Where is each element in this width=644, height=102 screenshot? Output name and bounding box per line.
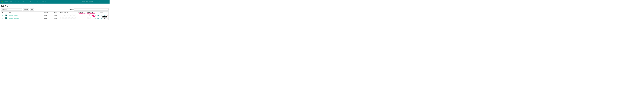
task-status-circle[interactable] xyxy=(62,17,63,19)
refresh-icon[interactable] xyxy=(105,15,106,16)
svg-rect-7 xyxy=(42,2,42,2)
task-status-circle[interactable] xyxy=(69,15,70,16)
airflow-logo-icon xyxy=(1,1,4,3)
task-status-circle[interactable] xyxy=(68,17,69,19)
refresh-icon[interactable] xyxy=(105,18,106,19)
nav-browse[interactable]: Browse ▼ xyxy=(21,1,28,3)
user-icon xyxy=(29,1,30,2)
gantt-icon[interactable] xyxy=(102,15,104,16)
table-row: Oncellprofiler_illuminationNoneairflowTr… xyxy=(1,17,108,20)
edit-icon[interactable] xyxy=(2,18,3,19)
brand[interactable]: Airflow xyxy=(1,1,8,3)
schedule-badge[interactable]: None xyxy=(44,18,47,19)
schedule-badge[interactable]: None xyxy=(44,15,47,16)
task-status-circle[interactable] xyxy=(72,15,73,16)
col-recent-header: Recent Tasks xyxy=(59,11,77,14)
dag-run-circle[interactable] xyxy=(88,15,90,16)
dag-run-circle[interactable] xyxy=(86,15,88,16)
edit-icon[interactable] xyxy=(2,15,3,16)
task-status-circle[interactable] xyxy=(75,15,76,16)
task-status-circle[interactable] xyxy=(60,17,62,19)
user-menu[interactable]: Firstname Lastname ▼ xyxy=(96,1,108,3)
graph-icon[interactable] xyxy=(97,15,98,16)
nav-admin[interactable]: Admin ▼ xyxy=(28,1,35,3)
svg-rect-38 xyxy=(103,15,103,15)
task-status-circle[interactable] xyxy=(70,15,72,16)
nav-about[interactable]: About ▼ xyxy=(41,1,47,3)
task-status-circle[interactable] xyxy=(72,17,73,19)
tries-icon[interactable] xyxy=(100,18,100,19)
svg-point-22 xyxy=(96,15,96,15)
tries-icon[interactable] xyxy=(100,15,100,16)
dag-links xyxy=(96,15,108,16)
svg-marker-64 xyxy=(105,18,106,18)
dag-runs xyxy=(86,17,91,19)
svg-rect-35 xyxy=(100,15,100,16)
task-status-circle[interactable] xyxy=(63,15,64,16)
nav-security[interactable]: Security ▼ xyxy=(14,1,21,3)
filter-tags-button[interactable]: Filter tags xyxy=(23,8,29,11)
filter-row: Filter tags Reset Search: xyxy=(1,8,108,11)
svg-rect-39 xyxy=(103,15,103,16)
dag-toggle[interactable]: On xyxy=(4,17,7,19)
delete-icon[interactable] xyxy=(107,15,108,16)
info-icon[interactable] xyxy=(92,12,93,13)
grid-icon xyxy=(42,1,43,2)
task-status-circle[interactable] xyxy=(66,15,67,16)
task-status-circle[interactable] xyxy=(73,17,75,19)
graph-icon[interactable] xyxy=(97,18,98,19)
svg-rect-59 xyxy=(102,18,103,18)
last-run-cell xyxy=(77,14,86,17)
task-status-circle[interactable] xyxy=(75,17,76,19)
dag-link[interactable]: cellprofiler_illumination xyxy=(9,18,19,19)
landing-icon[interactable] xyxy=(101,15,102,16)
delete-icon[interactable] xyxy=(107,18,108,19)
table-header-row: DAG Schedule Owner Recent Tasks Last Run xyxy=(1,11,108,14)
task-status-circle[interactable] xyxy=(68,15,69,16)
task-status-circle[interactable] xyxy=(69,17,70,19)
landing-icon[interactable] xyxy=(101,18,102,19)
task-status-circle[interactable] xyxy=(73,15,75,16)
svg-point-23 xyxy=(96,15,96,16)
task-status-circle[interactable] xyxy=(62,15,63,16)
caret-icon: ▼ xyxy=(107,1,108,2)
dag-run-circle[interactable] xyxy=(90,15,91,16)
reset-button[interactable]: Reset xyxy=(30,8,34,11)
caret-icon: ▼ xyxy=(20,1,20,2)
task-status-circle[interactable] xyxy=(63,17,64,19)
nav-docs[interactable]: Docs ▼ xyxy=(35,1,41,3)
dag-link[interactable]: cellprofiler_analysis xyxy=(9,15,18,16)
server-time[interactable]: 2020-05-04, 04:41:49 UTC ▼ xyxy=(82,1,94,2)
task-status-circle[interactable] xyxy=(64,17,66,19)
filter-dags-input[interactable] xyxy=(1,8,22,11)
task-status-circle[interactable] xyxy=(60,15,62,16)
gantt-icon[interactable] xyxy=(102,18,104,19)
dag-run-circle[interactable] xyxy=(86,17,88,19)
nav-dags[interactable]: DAGs xyxy=(9,1,13,3)
duration-icon[interactable] xyxy=(98,15,99,16)
task-status-circle[interactable] xyxy=(70,17,72,19)
nav-items: DAGs Security ▼ Browse ▼ Admin ▼ xyxy=(9,1,82,3)
table-row: Oncellprofiler_analysisNoneairflow xyxy=(1,14,108,17)
col-dagruns-header: DAG Runs xyxy=(86,11,95,14)
search-input[interactable] xyxy=(74,8,108,10)
dag-run-circle[interactable] xyxy=(90,17,91,19)
info-icon[interactable] xyxy=(2,12,3,13)
info-icon[interactable] xyxy=(82,12,83,13)
task-status-circle[interactable] xyxy=(64,15,66,16)
svg-rect-30 xyxy=(98,15,98,16)
tree-icon[interactable] xyxy=(96,15,96,16)
nav-right: 2020-05-04, 04:41:49 UTC ▼ Firstname Las… xyxy=(82,1,108,3)
task-status-circle[interactable] xyxy=(66,17,67,19)
svg-rect-56 xyxy=(100,18,100,18)
info-icon[interactable] xyxy=(67,12,68,13)
dag-run-circle[interactable] xyxy=(88,17,90,19)
duration-icon[interactable] xyxy=(98,18,99,19)
trigger-icon[interactable] xyxy=(104,15,105,16)
dag-runs xyxy=(86,15,91,16)
col-dag-header[interactable]: DAG xyxy=(8,11,43,14)
tree-icon[interactable] xyxy=(96,18,96,19)
dag-toggle[interactable]: On xyxy=(4,15,7,16)
book-icon xyxy=(36,1,36,2)
trigger-icon[interactable]: Trigger Dag xyxy=(104,18,105,19)
